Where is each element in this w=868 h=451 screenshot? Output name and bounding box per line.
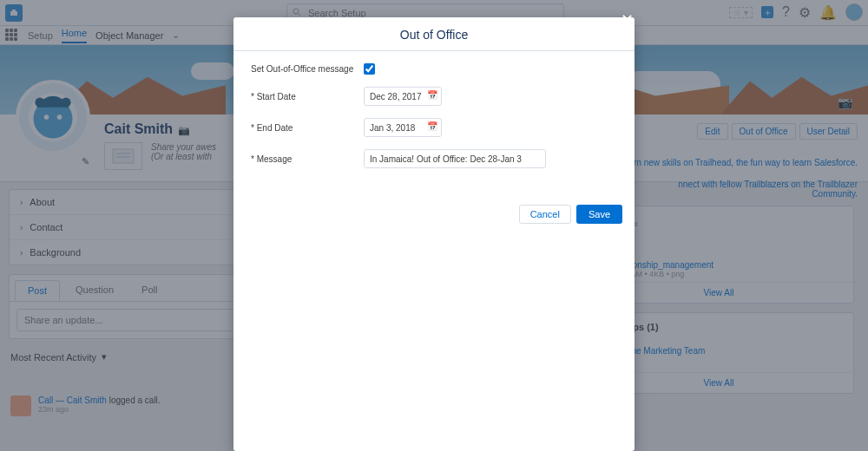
message-input[interactable] — [364, 149, 546, 168]
start-date-input[interactable] — [364, 87, 442, 106]
cancel-button[interactable]: Cancel — [519, 205, 571, 224]
toggle-label: Set Out-of-Office message — [251, 64, 364, 74]
modal-overlay: ✕ Out of Office Set Out-of-Office messag… — [0, 0, 868, 451]
ooo-toggle-checkbox[interactable] — [364, 63, 375, 75]
end-date-label: End Date — [251, 123, 364, 133]
out-of-office-modal: Out of Office Set Out-of-Office message … — [233, 17, 635, 451]
save-button[interactable]: Save — [576, 205, 622, 224]
start-date-label: Start Date — [251, 92, 364, 101]
modal-title: Out of Office — [233, 17, 635, 51]
message-label: Message — [251, 154, 364, 164]
end-date-input[interactable] — [364, 118, 442, 137]
close-icon[interactable]: ✕ — [621, 10, 634, 29]
